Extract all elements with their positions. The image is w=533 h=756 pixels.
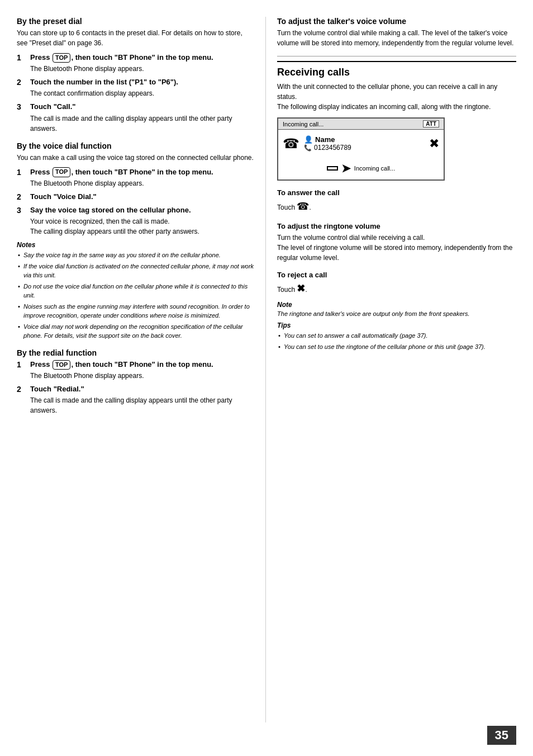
voice-step-3: 3 Say the voice tag stored on the cellul… — [17, 205, 254, 237]
call-display-body: ☎ 👤 Name 📞 0123456789 ✖ — [278, 130, 444, 157]
answer-call-section: To answer the call Touch ☎. — [277, 188, 516, 214]
reject-call-section: To reject a call Touch ✖. Note The ringt… — [277, 271, 516, 351]
reject-icon: ✖ — [429, 136, 439, 151]
adjust-ringtone-body: Turn the volume control dial while recei… — [277, 233, 516, 263]
incoming-arrow: ➤ — [341, 162, 351, 175]
preset-dial-section: By the preset dial You can store up to 6… — [17, 17, 254, 134]
touch-label-reject: Touch — [277, 286, 297, 294]
call-display: Incoming call... ATT ☎ 👤 Name 📞 01234567… — [277, 117, 445, 181]
call-display-footer: ➤ Incoming call... — [278, 157, 444, 179]
adjust-ringtone-section: To adjust the ringtone volume Turn the v… — [277, 222, 516, 263]
call-display-header: Incoming call... ATT — [278, 119, 444, 130]
press-label-1: Press — [30, 53, 52, 62]
receiving-calls-title: Receiving calls — [277, 61, 516, 78]
adjust-talker-title: To adjust the talker's voice volume — [277, 17, 516, 26]
preset-step-1-sub: The Bluetooth Phone display appears. — [30, 64, 254, 74]
incoming-box — [327, 166, 338, 171]
top-badge-2: TOP — [53, 167, 70, 177]
redial-step-1: 1 Press TOP, then touch "BT Phone" in th… — [17, 360, 254, 381]
reject-tips: Tips You can set to answer a call automa… — [277, 322, 516, 351]
receiving-calls-section: Receiving calls With the unit connected … — [277, 61, 516, 181]
page-number: 35 — [487, 726, 516, 745]
contact-info: 👤 Name 📞 0123456789 — [304, 135, 425, 152]
section-divider — [277, 56, 516, 56]
answer-call-body: Touch ☎. — [277, 199, 516, 214]
top-badge-1: TOP — [53, 53, 70, 63]
contact-number: 0123456789 — [314, 144, 351, 152]
voice-notes: Notes Say the voice tag in the same way … — [17, 241, 254, 341]
redial-step-2: 2 Touch "Redial." The call is made and t… — [17, 384, 254, 415]
receiving-calls-intro: With the unit connected to the cellular … — [277, 82, 516, 112]
press-label-2: Press — [30, 168, 52, 176]
preset-step-1: 1 Press TOP, then touch "BT Phone" in th… — [17, 53, 254, 74]
reject-x-icon: ✖ — [297, 283, 305, 294]
reject-call-body: Touch ✖. — [277, 281, 516, 296]
att-badge: ATT — [423, 120, 439, 127]
preset-dial-title: By the preset dial — [17, 17, 254, 26]
phone-answer-icon: ☎ — [297, 201, 309, 212]
preset-step-3: 3 Touch "Call." The call is made and the… — [17, 102, 254, 133]
preset-step-2: 2 Touch the number in the list ("P1" to … — [17, 77, 254, 98]
preset-dial-intro: You can store up to 6 contacts in the pr… — [17, 28, 254, 48]
adjust-talker-body: Turn the volume control dial while makin… — [277, 28, 516, 48]
voice-dial-section: By the voice dial function You can make … — [17, 141, 254, 341]
voice-dial-intro: You can make a call using the voice tag … — [17, 153, 254, 163]
incoming-call-label-top: Incoming call... — [283, 121, 323, 127]
press-label-3: Press — [30, 360, 52, 368]
voice-step-1: 1 Press TOP, then touch "BT Phone" in th… — [17, 167, 254, 188]
top-badge-3: TOP — [53, 360, 70, 370]
adjust-talker-section: To adjust the talker's voice volume Turn… — [277, 17, 516, 48]
answer-phone-icon: ☎ — [283, 136, 299, 152]
redial-section: By the redial function 1 Press TOP, then… — [17, 348, 254, 415]
adjust-ringtone-title: To adjust the ringtone volume — [277, 222, 516, 230]
reject-call-title: To reject a call — [277, 271, 516, 279]
redial-title: By the redial function — [17, 348, 254, 357]
contact-name: Name — [315, 135, 335, 144]
voice-step-2: 2 Touch "Voice Dial." — [17, 192, 254, 202]
reject-note: Note The ringtone and talker's voice are… — [277, 301, 516, 317]
reject-note-text: The ringtone and talker's voice are outp… — [277, 310, 516, 317]
answer-call-title: To answer the call — [277, 188, 516, 197]
touch-label-answer: Touch — [277, 204, 297, 211]
voice-dial-title: By the voice dial function — [17, 141, 254, 150]
incoming-footer-label: Incoming call... — [354, 165, 395, 172]
